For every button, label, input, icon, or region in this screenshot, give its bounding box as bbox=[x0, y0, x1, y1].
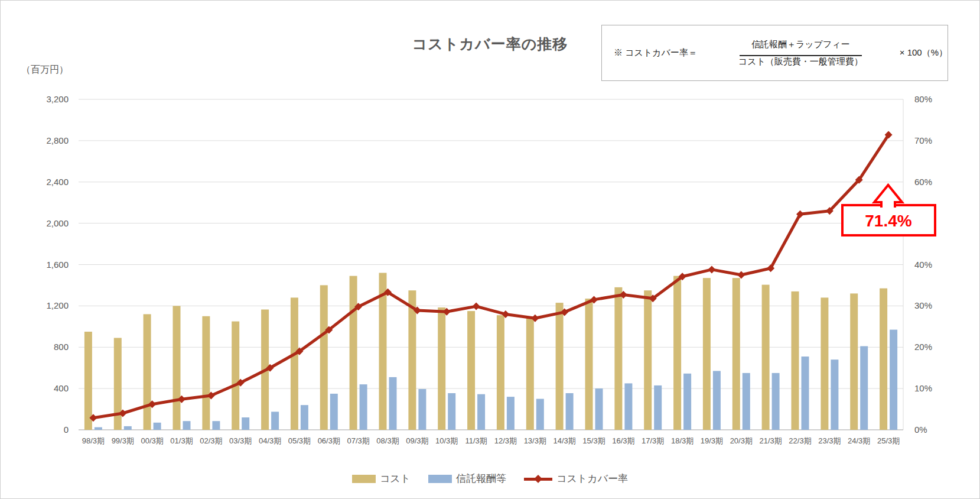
fee-bar bbox=[330, 394, 338, 430]
x-axis-tick-label: 04/3期 bbox=[259, 436, 281, 445]
x-axis-tick-label: 03/3期 bbox=[229, 436, 252, 445]
x-axis-tick-label: 14/3期 bbox=[553, 436, 575, 445]
x-axis-tick-label: 20/3期 bbox=[730, 436, 753, 445]
x-axis-tick-label: 10/3期 bbox=[435, 436, 458, 445]
fee-bar bbox=[242, 417, 249, 430]
chart-legend: コスト 信託報酬等 コストカバー率 bbox=[0, 472, 980, 485]
x-axis-tick-label: 98/3期 bbox=[82, 436, 105, 445]
fee-bar bbox=[860, 346, 868, 430]
fee-bar bbox=[212, 421, 220, 430]
legend-label-cost: コスト bbox=[380, 472, 411, 485]
fee-bar bbox=[183, 421, 191, 430]
left-axis-tick-label: 2,800 bbox=[46, 135, 69, 145]
fee-bar bbox=[477, 394, 485, 430]
x-axis-tick-label: 18/3期 bbox=[671, 436, 694, 445]
cost-bar bbox=[732, 278, 740, 430]
right-axis-tick-label: 30% bbox=[914, 300, 932, 310]
fee-bar bbox=[95, 427, 102, 430]
chart-page: コストカバー率の推移 （百万円） ※ コストカバー率＝ 信託報酬＋ラップフィー … bbox=[0, 0, 980, 499]
fee-bar bbox=[124, 426, 132, 430]
cost-bar bbox=[821, 297, 828, 430]
rate-marker bbox=[473, 303, 480, 310]
right-axis-tick-label: 20% bbox=[914, 342, 932, 352]
fee-bar bbox=[595, 388, 603, 430]
fee-bar bbox=[743, 373, 750, 430]
right-axis-tick-label: 40% bbox=[914, 260, 932, 270]
fee-bar bbox=[624, 383, 632, 430]
x-axis-tick-label: 17/3期 bbox=[642, 436, 664, 445]
x-axis-tick-label: 23/3期 bbox=[818, 436, 841, 445]
cost-bar bbox=[585, 299, 593, 430]
x-axis-tick-label: 99/3期 bbox=[112, 436, 134, 445]
cost-bar bbox=[467, 311, 475, 430]
cost-bar bbox=[144, 314, 151, 430]
rate-marker bbox=[708, 265, 715, 273]
legend-label-rate: コストカバー率 bbox=[556, 472, 628, 485]
x-axis-tick-label: 06/3期 bbox=[318, 436, 340, 445]
cost-bar bbox=[644, 290, 652, 430]
cost-bar bbox=[114, 338, 122, 430]
fee-bar bbox=[802, 357, 809, 430]
x-axis-tick-label: 24/3期 bbox=[848, 436, 870, 445]
fee-bar bbox=[154, 423, 161, 430]
fee-bar bbox=[566, 393, 574, 430]
cost-bar bbox=[320, 285, 328, 430]
left-axis-tick-label: 2,000 bbox=[46, 218, 69, 228]
legend-label-fee: 信託報酬等 bbox=[456, 472, 506, 485]
legend-item-cost: コスト bbox=[352, 472, 411, 485]
rate-series-swatch bbox=[524, 475, 552, 483]
legend-item-fee: 信託報酬等 bbox=[428, 472, 506, 485]
x-axis-tick-label: 09/3期 bbox=[406, 436, 428, 445]
cost-bar bbox=[556, 303, 564, 430]
x-axis-tick-label: 19/3期 bbox=[701, 436, 723, 445]
cost-bar bbox=[438, 307, 445, 430]
x-axis-tick-label: 02/3期 bbox=[200, 436, 222, 445]
fee-bar bbox=[389, 377, 397, 430]
left-axis-tick-label: 1,600 bbox=[46, 260, 69, 270]
cost-bar bbox=[673, 276, 681, 430]
x-axis-tick-label: 11/3期 bbox=[465, 436, 487, 445]
x-axis-tick-label: 00/3期 bbox=[141, 436, 163, 445]
fee-bar bbox=[654, 385, 662, 430]
x-axis-tick-label: 15/3期 bbox=[582, 436, 605, 445]
fee-bar bbox=[772, 373, 780, 430]
fee-bar bbox=[301, 405, 308, 430]
left-axis-tick-label: 1,200 bbox=[46, 300, 69, 310]
cost-bar bbox=[792, 291, 799, 430]
x-axis-tick-label: 25/3期 bbox=[877, 436, 900, 445]
fee-bar bbox=[890, 330, 897, 430]
left-axis-tick-label: 0 bbox=[64, 425, 69, 435]
right-axis-tick-label: 60% bbox=[914, 177, 932, 187]
left-axis-tick-label: 3,200 bbox=[46, 94, 69, 104]
cost-bar bbox=[850, 293, 858, 430]
combo-chart-canvas: 04008001,2001,6002,0002,4002,8003,2000%1… bbox=[0, 0, 980, 499]
cost-bar bbox=[762, 285, 770, 430]
x-axis-tick-label: 01/3期 bbox=[170, 436, 193, 445]
fee-bar bbox=[360, 384, 367, 430]
x-axis-tick-label: 12/3期 bbox=[494, 436, 517, 445]
cost-bar bbox=[232, 322, 239, 430]
cost-bar bbox=[202, 316, 210, 430]
fee-bar bbox=[271, 411, 279, 430]
left-axis-tick-label: 800 bbox=[54, 342, 69, 352]
right-axis-tick-label: 10% bbox=[914, 383, 932, 393]
cost-series-swatch bbox=[352, 475, 376, 483]
fee-bar bbox=[418, 389, 426, 430]
cost-bar bbox=[84, 332, 92, 430]
cost-bar bbox=[526, 318, 534, 430]
x-axis-tick-label: 22/3期 bbox=[789, 436, 811, 445]
callout-value: 71.4% bbox=[865, 212, 911, 230]
cost-bar bbox=[880, 289, 887, 430]
rate-marker bbox=[737, 271, 745, 279]
left-axis-tick-label: 400 bbox=[54, 383, 69, 393]
left-axis-tick-label: 2,400 bbox=[46, 177, 69, 187]
fee-bar bbox=[713, 371, 721, 430]
x-axis-tick-label: 05/3期 bbox=[288, 436, 311, 445]
cost-bar bbox=[350, 276, 357, 430]
right-axis-tick-label: 0% bbox=[914, 425, 927, 435]
cost-bar bbox=[291, 297, 298, 430]
x-axis-tick-label: 16/3期 bbox=[612, 436, 634, 445]
x-axis-tick-label: 21/3期 bbox=[759, 436, 782, 445]
cost-bar bbox=[614, 287, 622, 430]
fee-bar bbox=[683, 374, 691, 430]
